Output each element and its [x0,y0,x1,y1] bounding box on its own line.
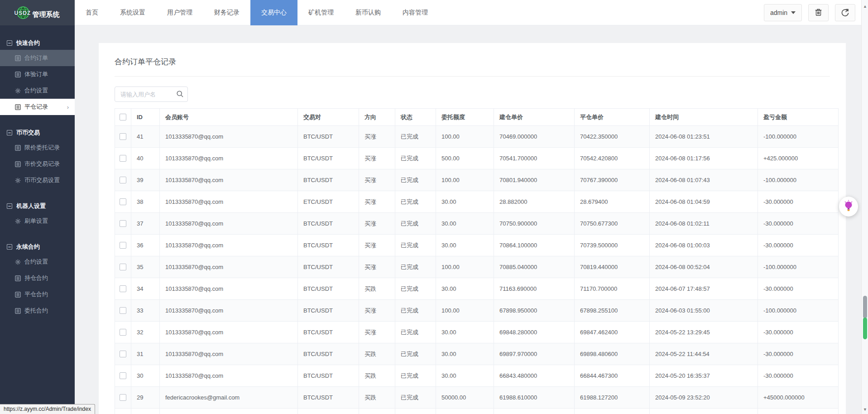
row-checkbox[interactable] [120,329,126,336]
row-checkbox[interactable] [120,351,126,357]
column-header: 状态 [395,109,436,126]
records-card: 合约订单平仓记录 ID会员账号交易对方向状态委托额度建仓单价平仓单价建仓时间盈亏… [99,43,846,414]
cell-open-price: 70541.700000 [494,148,575,169]
row-checkbox[interactable] [120,220,126,227]
scroll-up-arrow-icon[interactable]: ▲ [862,3,868,10]
list-icon [15,275,21,281]
floating-helper-widget[interactable] [839,197,858,217]
row-checkbox[interactable] [120,372,126,379]
sidebar-item[interactable]: 合约设置 [0,254,75,270]
row-checkbox[interactable] [120,307,126,314]
scroll-down-arrow-icon[interactable]: ▼ [862,406,868,413]
cell-direction: 买跌 [359,387,395,409]
scrollbar-thumb[interactable] [863,296,867,318]
cell-status: 已完成 [395,343,436,365]
sidebar-item[interactable]: 合约设置 [0,82,75,99]
sidebar-item-label: 体验订单 [24,70,48,78]
cell-select [115,148,131,169]
cell-open-time: 2024-06-08 01:23:51 [650,126,758,148]
cell-pnl: -30.000000 [758,322,839,343]
sidebar-item-label: 合约设置 [24,87,48,95]
sidebar-item-label: 合约设置 [24,258,48,266]
scrollbar-marker[interactable] [863,318,867,339]
cell-status: 已完成 [395,169,436,191]
sidebar-section-title[interactable]: −币币交易 [0,126,75,140]
cell-open-price: 70885.040000 [494,256,575,278]
cell-amount: 100.00 [436,169,494,191]
nav-item[interactable]: 财务记录 [203,0,250,25]
list-icon [15,292,21,298]
row-checkbox[interactable] [120,198,126,205]
gear-icon [15,178,21,183]
sidebar-item[interactable]: 平仓合约 [0,286,75,303]
cell-amount: 30.00 [436,343,494,365]
cell-status: 已完成 [395,126,436,148]
logo: USDZ 管理系统 [0,0,75,25]
table-row: 311013335870@qq.comBTC/USDT买跌已完成30.00698… [115,343,839,365]
admin-dropdown-button[interactable]: admin [764,4,802,21]
globe-logo-icon: USDZ [15,5,31,20]
nav-item[interactable]: 矿机管理 [297,0,345,25]
sidebar-item[interactable]: 刷单设置 [0,213,75,229]
cell-direction: 买涨 [359,191,395,213]
row-checkbox[interactable] [120,242,126,249]
table-row: 391013335870@qq.comBTC/USDT买涨已完成100.0070… [115,169,839,191]
nav-item[interactable]: 交易中心 [250,0,297,25]
row-checkbox[interactable] [120,133,126,140]
cell-select [115,235,131,256]
column-header: 交易对 [298,109,359,126]
cell-pair: BTC/USDT [298,256,359,278]
cell-open-time: 2024-06-08 01:00:03 [650,235,758,256]
sidebar-item[interactable]: 平仓记录› [0,99,75,115]
sidebar-section-title[interactable]: −永续合约 [0,240,75,254]
cell-account: 1013335870@qq.com [160,365,298,387]
cell-open-time: 2024-06-07 17:48:57 [650,278,758,300]
cell-amount: 30.00 [436,322,494,343]
column-header: 委托额度 [436,109,494,126]
table-body: 411013335870@qq.comBTC/USDT买涨已完成100.0070… [115,126,839,414]
row-checkbox[interactable] [120,155,126,162]
row-checkbox[interactable] [120,394,126,401]
cell-select [115,169,131,191]
nav-item[interactable]: 系统设置 [109,0,156,25]
cell-account: 1013335870@qq.com [160,213,298,235]
sidebar-section-title[interactable]: −机器人设置 [0,199,75,213]
table-row: 401013335870@qq.comBTC/USDT买涨已完成500.0070… [115,148,839,169]
cell-pair: BTC/USDT [298,126,359,148]
sidebar-item[interactable]: 持仓合约 [0,270,75,286]
sidebar-item[interactable]: 币币交易设置 [0,172,75,188]
cell-account: 1013335870@qq.com [160,126,298,148]
sidebar-section-title[interactable]: −快速合约 [0,36,75,50]
export-button[interactable] [835,4,855,21]
sidebar-item[interactable]: 体验订单 [0,66,75,82]
row-checkbox[interactable] [120,177,126,183]
nav-item[interactable]: 内容管理 [392,0,439,25]
row-checkbox[interactable] [120,264,126,270]
cell-status: 已完成 [395,148,436,169]
top-controls: admin [764,4,855,21]
cell-direction: 买涨 [359,126,395,148]
sidebar-item-label: 合约订单 [24,54,48,62]
cell-account: 1013335870@qq.com [160,322,298,343]
sidebar-item[interactable]: 市价交易记录 [0,156,75,172]
cell-id: 36 [131,235,160,256]
nav-item[interactable]: 新币认购 [345,0,392,25]
cell-select [115,278,131,300]
cell-close-price: 28.679400 [575,191,650,213]
row-checkbox[interactable] [120,285,126,292]
page-scrollbar[interactable]: ▲ ▼ [861,0,868,414]
logo-usdz-text: USDZ [14,10,31,16]
nav-item[interactable]: 用户管理 [156,0,203,25]
sidebar-item[interactable]: 限价委托记录 [0,140,75,156]
cell-amount: 30.00 [436,365,494,387]
sidebar-item[interactable]: 合约订单 [0,50,75,66]
column-header: 盈亏金额 [758,109,839,126]
nav-item[interactable]: 首页 [75,0,109,25]
search-icon[interactable] [176,90,184,100]
cell-status: 已完成 [395,365,436,387]
cell-account: federicacrookes@gmail.com [160,409,298,414]
cell-open-price: 67898.950000 [494,300,575,322]
sidebar-item[interactable]: 委托合约 [0,303,75,319]
trash-button[interactable] [808,4,829,21]
select-all-checkbox[interactable] [120,114,126,120]
